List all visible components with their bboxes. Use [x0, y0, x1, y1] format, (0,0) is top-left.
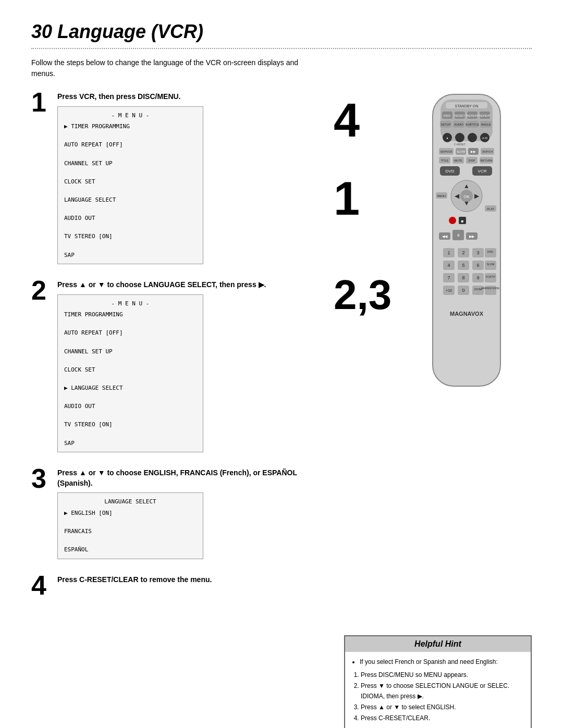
svg-text:SKIP/VCR: SKIP/VCR — [440, 150, 452, 153]
step-3-menu: LANGUAGE SELECT ENGLISH [ON] FRANCAIS ES… — [57, 492, 203, 559]
svg-text:ANGLE: ANGLE — [481, 123, 491, 126]
svg-text:SLOW: SLOW — [457, 150, 466, 153]
svg-text:SETUP: SETUP — [441, 123, 451, 126]
svg-text:A-B: A-B — [482, 137, 487, 140]
svg-point-60 — [449, 217, 456, 224]
svg-text:DISC: DISC — [487, 250, 494, 253]
step-3-instruction: Press ▲ or ▼ to choose ENGLISH, FRANCAIS… — [57, 468, 328, 488]
hint-item-4: Press C-RESET/CLEAR. — [361, 713, 523, 723]
svg-text:STANDBY·ON: STANDBY·ON — [455, 104, 479, 108]
svg-text:MARKER NOISE: MARKER NOISE — [482, 287, 500, 290]
step-2-number: 2 — [31, 277, 57, 304]
step-3-menu-title: LANGUAGE SELECT — [64, 497, 197, 507]
hint-item-1: Press DISC/MENU so MENU appears. — [361, 670, 523, 680]
svg-text:3: 3 — [476, 250, 479, 255]
step-1-menu: - M E N U - TIMER PROGRAMMING AUTO REPEA… — [57, 106, 203, 265]
hint-item-3: Press ▲ or ▼ to select ENGLISH. — [361, 702, 523, 712]
svg-text:PLAY: PLAY — [487, 207, 494, 211]
svg-text:6: 6 — [476, 263, 479, 268]
menu-item: CHANNEL SET UP — [64, 347, 197, 356]
svg-text:DISC: DISC — [444, 114, 451, 117]
menu-item: TV STEREO [ON] — [64, 420, 197, 429]
step-1-content: Press VCR, then press DISC/MENU. - M E N… — [57, 92, 328, 264]
menu-item: AUDIO OUT — [64, 214, 197, 223]
helpful-hint-box: Helpful Hint If you select French or Spa… — [344, 635, 532, 728]
svg-text:■: ■ — [461, 219, 464, 224]
svg-text:VCR/TV: VCR/TV — [486, 275, 496, 278]
step-3-number: 3 — [31, 465, 57, 492]
menu-item: LANGUAGE SELECT — [64, 195, 197, 205]
svg-text:RETURN: RETURN — [481, 159, 493, 162]
step-4-content: Press C-RESET/CLEAR to remove the menu. — [57, 575, 328, 589]
svg-text:AUDIO: AUDIO — [454, 123, 463, 126]
svg-text:REPEAT: REPEAT — [466, 114, 479, 117]
svg-text:▶: ▶ — [474, 192, 480, 200]
menu-item: CLOCK SET — [64, 177, 197, 187]
svg-text:VCR: VCR — [478, 169, 487, 174]
svg-point-22 — [468, 133, 477, 142]
intro-text: Follow the steps below to change the lan… — [31, 57, 302, 79]
remote-svg: STANDBY·ON DISC RESET REPEAT REPEAT SETU… — [417, 92, 516, 394]
step-3-block: 3 Press ▲ or ▼ to choose ENGLISH, FRANCA… — [31, 468, 328, 559]
svg-text:0: 0 — [462, 288, 464, 293]
menu-item: LANGUAGE SELECT — [64, 384, 197, 393]
big-number-23: 2,3 — [334, 274, 391, 316]
big-number-1: 1 — [334, 175, 391, 222]
svg-text:DVD: DVD — [446, 169, 455, 174]
svg-text:C-RESET: C-RESET — [454, 143, 466, 146]
svg-text:▲: ▲ — [463, 182, 470, 190]
svg-text:SLOW: SLOW — [487, 263, 495, 266]
step-1-instruction: Press VCR, then press DISC/MENU. — [57, 92, 328, 102]
menu-item: AUTO REPEAT [OFF] — [64, 328, 197, 338]
svg-text:▶▶: ▶▶ — [471, 150, 476, 153]
svg-text:9: 9 — [476, 275, 479, 280]
step-4-block: 4 Press C-RESET/CLEAR to remove the menu… — [31, 575, 328, 599]
svg-text:▶▶: ▶▶ — [469, 235, 475, 238]
svg-text:◀: ◀ — [455, 192, 460, 200]
svg-text:ZOOM: ZOOM — [474, 288, 482, 291]
menu-item: AUTO REPEAT [OFF] — [64, 140, 197, 150]
remote-control: STANDBY·ON DISC RESET REPEAT REPEAT SETU… — [417, 92, 516, 396]
menu-item: SAP — [64, 439, 197, 448]
menu-item: ENGLISH [ON] — [64, 509, 197, 518]
step-4-number: 4 — [31, 572, 57, 599]
hint-area: Helpful Hint If you select French or Spa… — [31, 635, 532, 728]
menu-item: CLOCK SET — [64, 365, 197, 375]
hint-bullet: If you select French or Spanish and need… — [360, 657, 523, 667]
step-2-instruction: Press ▲ or ▼ to choose LANGUAGE SELECT, … — [57, 280, 328, 290]
section-divider — [31, 48, 532, 49]
big-number-4: 4 — [334, 97, 391, 144]
svg-text:RESET: RESET — [455, 114, 465, 117]
menu-item: TV STEREO [ON] — [64, 232, 197, 241]
step-1-number: 1 — [31, 89, 57, 116]
step-2-menu-title: - M E N U - — [64, 299, 197, 309]
step-3-content: Press ▲ or ▼ to choose ENGLISH, FRANCAIS… — [57, 468, 328, 559]
steps-column: 1 Press VCR, then press DISC/MENU. - M E… — [31, 92, 328, 614]
page-container: 30 Language (VCR) Follow the steps below… — [0, 0, 563, 728]
svg-text:SKIP/CH: SKIP/CH — [482, 150, 493, 153]
svg-text:OK: OK — [463, 194, 470, 199]
step-2-block: 2 Press ▲ or ▼ to choose LANGUAGE SELECT… — [31, 280, 328, 452]
step-4-instruction: Press C-RESET/CLEAR to remove the menu. — [57, 575, 328, 585]
svg-text:4: 4 — [447, 263, 450, 268]
svg-text:●: ● — [446, 137, 448, 140]
menu-item: SAP — [64, 251, 197, 260]
menu-item: CHANNEL SET UP — [64, 159, 197, 168]
svg-text:2: 2 — [462, 250, 464, 255]
hint-body: If you select French or Spanish and need… — [345, 652, 531, 728]
svg-text:MENU: MENU — [437, 194, 446, 198]
step-2-content: Press ▲ or ▼ to choose LANGUAGE SELECT, … — [57, 280, 328, 452]
menu-item: TIMER PROGRAMMING — [64, 122, 197, 131]
svg-text:SUBTITLE: SUBTITLE — [466, 123, 480, 126]
svg-text:MUTE: MUTE — [454, 159, 462, 162]
svg-text:TITLE: TITLE — [441, 159, 449, 162]
svg-text:▼: ▼ — [463, 200, 470, 207]
svg-text:DISP: DISP — [469, 159, 475, 162]
svg-text:+10: +10 — [446, 289, 452, 292]
svg-point-21 — [455, 133, 464, 142]
svg-text:MAGNAVOX: MAGNAVOX — [450, 311, 484, 317]
step-2-menu: - M E N U - TIMER PROGRAMMING AUTO REPEA… — [57, 294, 203, 453]
svg-text:⏸: ⏸ — [457, 233, 460, 237]
svg-text:5: 5 — [462, 263, 464, 268]
hint-item-2: Press ▼ to choose SELECTION LANGUE or SE… — [361, 681, 523, 701]
